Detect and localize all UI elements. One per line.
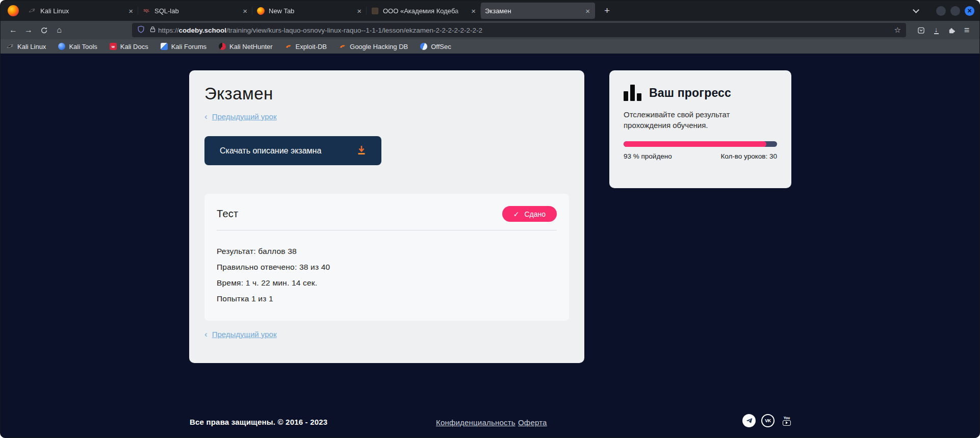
page-title: Экзамен: [204, 84, 569, 104]
result-time-line: Время: 1 ч. 22 мин. 14 сек.: [217, 275, 557, 291]
lesson-count-label: Кол-во уроков: 30: [720, 152, 777, 160]
bookmark-label: Kali NetHunter: [229, 43, 273, 50]
tab-ekzamen-active[interactable]: Экзамен ×: [481, 3, 595, 19]
tab-close-icon[interactable]: ×: [127, 7, 134, 15]
result-correct-line: Правильно отвечено: 38 из 40: [217, 259, 557, 275]
test-result-card: Тест ✓ Сдано Результат: баллов 38 Правил…: [204, 194, 569, 321]
bookmarks-toolbar: Kali Linux Kali Tools w Kali Docs Kali F…: [1, 39, 979, 54]
bookmark-kali-docs[interactable]: w Kali Docs: [110, 43, 148, 50]
vk-icon[interactable]: VK: [761, 414, 775, 427]
lock-icon[interactable]: [149, 25, 156, 35]
url-scheme: https://: [158, 27, 179, 34]
tab-kali-linux[interactable]: Kali Linux ×: [24, 3, 138, 19]
back-button[interactable]: ←: [6, 23, 21, 37]
bookmark-label: OffSec: [431, 43, 451, 50]
hamburger-menu-button[interactable]: ≡: [959, 23, 974, 37]
tab-title: Kali Linux: [40, 7, 124, 15]
download-button-label: Скачать описание экзамна: [220, 146, 321, 156]
bookmark-label: Google Hacking DB: [350, 43, 408, 50]
progress-description: Отслеживайте свой результат прохождения …: [624, 109, 746, 131]
privacy-link[interactable]: Конфиденциальность: [436, 418, 515, 427]
bookmark-exploit-db[interactable]: Exploit-DB: [285, 43, 327, 50]
chevron-left-icon: ‹: [204, 330, 208, 338]
bar-chart-icon: [624, 85, 641, 101]
window-controls: ×: [932, 6, 974, 16]
bookmark-label: Kali Forums: [171, 43, 207, 50]
maximize-button[interactable]: [950, 6, 960, 16]
browser-window: Kali Linux × SQL SQL-lab × New Tab × ООО…: [0, 0, 980, 438]
tab-akademiya-codeby[interactable]: ООО «Академия Кодеба ×: [367, 3, 481, 19]
offsec-icon: [420, 43, 427, 50]
url-domain: codeby.school: [179, 27, 227, 34]
download-icon: [356, 144, 367, 158]
tab-close-icon[interactable]: ×: [242, 7, 248, 15]
telegram-icon[interactable]: [742, 414, 756, 427]
extensions-puzzle-icon[interactable]: [944, 23, 959, 37]
previous-lesson-link-top[interactable]: ‹ Предыдущий урок: [204, 112, 569, 121]
download-exam-description-button[interactable]: Скачать описание экзамна: [204, 136, 381, 165]
bookmark-kali-nethunter[interactable]: Kali NetHunter: [219, 43, 273, 50]
copyright-text: Все права защищены. © 2016 - 2023: [190, 418, 327, 426]
progress-labels: 93 % пройдено Кол-во уроков: 30: [624, 152, 777, 160]
sql-favicon-icon: SQL: [142, 7, 150, 15]
home-button[interactable]: ⌂: [51, 23, 67, 37]
tab-new-tab[interactable]: New Tab ×: [252, 3, 367, 19]
exam-card: Экзамен ‹ Предыдущий урок Скачать описан…: [189, 70, 584, 363]
youtube-label: You: [784, 416, 790, 420]
tab-close-icon[interactable]: ×: [584, 7, 591, 15]
close-window-button[interactable]: ×: [965, 6, 974, 16]
previous-lesson-link-bottom[interactable]: ‹ Предыдущий урок: [204, 330, 569, 339]
downloads-button[interactable]: ↓: [929, 23, 944, 37]
bookmark-kali-forums[interactable]: Kali Forums: [161, 43, 207, 50]
firefox-favicon-icon: [256, 7, 265, 15]
bookmark-google-hacking-db[interactable]: Google Hacking DB: [339, 43, 408, 50]
test-header-row: Тест ✓ Сдано: [217, 206, 557, 222]
percent-complete-label: 93 % пройдено: [624, 152, 672, 160]
kali-nethunter-icon: [219, 43, 226, 50]
previous-lesson-anchor[interactable]: Предыдущий урок: [212, 112, 277, 121]
youtube-play-icon: [783, 420, 791, 426]
result-attempt-line: Попытка 1 из 1: [217, 291, 557, 306]
new-tab-button[interactable]: +: [601, 5, 613, 16]
youtube-icon[interactable]: You: [780, 414, 793, 427]
kali-dragon-icon: [7, 43, 14, 50]
previous-lesson-anchor[interactable]: Предыдущий урок: [212, 330, 277, 339]
url-bar[interactable]: https://codeby.school/training/view/kurs…: [132, 23, 906, 37]
kali-dragon-favicon-icon: [28, 7, 36, 15]
tab-title: SQL-lab: [154, 7, 239, 15]
forward-button[interactable]: →: [21, 23, 36, 37]
url-text: https://codeby.school/training/view/kurs…: [158, 27, 890, 34]
kali-forums-icon: [161, 43, 168, 50]
bookmark-kali-tools[interactable]: Kali Tools: [58, 43, 97, 50]
list-all-tabs-chevron-icon[interactable]: [913, 7, 919, 13]
offer-link[interactable]: Оферта: [518, 418, 547, 427]
bookmark-kali-linux[interactable]: Kali Linux: [7, 43, 46, 50]
result-score-line: Результат: баллов 38: [217, 243, 557, 259]
tab-title: ООО «Академия Кодеба: [383, 7, 467, 15]
tab-title: Экзамен: [485, 7, 581, 15]
download-arrow-icon: ↓: [934, 27, 939, 34]
bookmark-offsec[interactable]: OffSec: [420, 43, 451, 50]
tab-title: New Tab: [269, 7, 353, 15]
page-content: Экзамен ‹ Предыдущий урок Скачать описан…: [1, 54, 979, 438]
close-icon: ×: [967, 7, 971, 15]
check-icon: ✓: [513, 210, 520, 218]
bookmark-label: Exploit-DB: [296, 43, 327, 50]
google-hacking-db-bird-icon: [339, 43, 346, 50]
test-title: Тест: [217, 208, 239, 220]
tracking-protection-shield-icon[interactable]: [137, 25, 145, 35]
kali-docs-icon: w: [110, 43, 117, 50]
pocket-icon[interactable]: [913, 23, 929, 37]
url-path: /training/view/kurs-laquo-osnovy-linux-r…: [226, 27, 482, 34]
tab-bar: Kali Linux × SQL SQL-lab × New Tab × ООО…: [1, 1, 979, 21]
reload-button[interactable]: [36, 23, 51, 37]
tab-sql-lab[interactable]: SQL SQL-lab ×: [138, 3, 252, 19]
vk-label: VK: [765, 418, 771, 423]
bookmark-star-icon[interactable]: ☆: [894, 25, 901, 35]
exploit-db-bird-icon: [285, 43, 292, 50]
minimize-button[interactable]: [936, 6, 946, 16]
tab-close-icon[interactable]: ×: [356, 7, 363, 15]
tab-close-icon[interactable]: ×: [470, 7, 477, 15]
divider: [217, 230, 557, 230]
progress-bar-track: [624, 141, 777, 147]
